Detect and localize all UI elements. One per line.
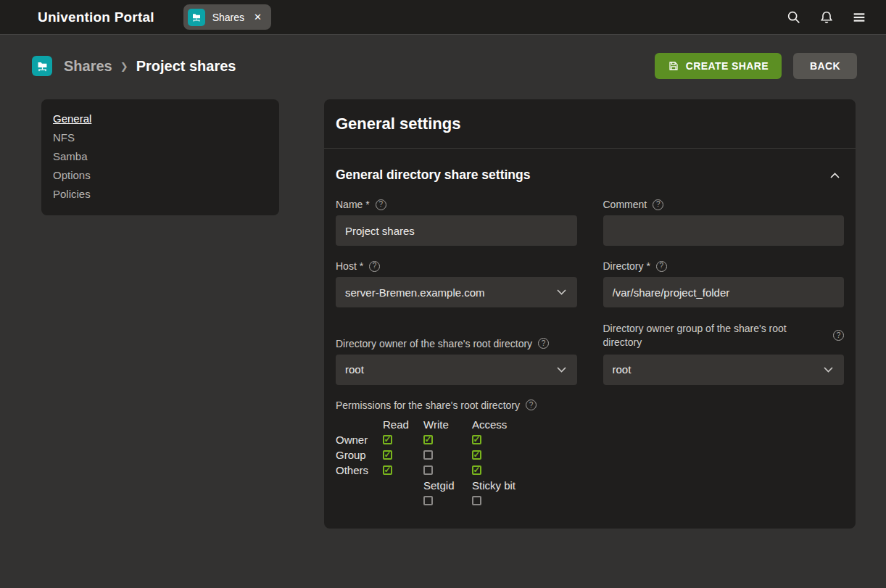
- permissions-cell: ✓: [472, 447, 844, 463]
- breadcrumb-separator-icon: ❯: [120, 61, 128, 72]
- permissions-grid: ReadWriteAccessOwner✓✓✓Group✓✓Others✓✓Se…: [336, 417, 844, 508]
- tab-label: Shares: [212, 12, 244, 23]
- permissions-label: Permissions for the share's root directo…: [336, 399, 844, 411]
- help-icon[interactable]: ?: [376, 199, 386, 210]
- permissions-row-label-owner: Owner: [336, 432, 383, 447]
- checkbox-owner-access[interactable]: ✓: [472, 435, 481, 444]
- comment-input[interactable]: [603, 215, 845, 246]
- help-icon[interactable]: ?: [833, 330, 844, 341]
- directory-owner-group-field-group: Directory owner group of the share's roo…: [603, 322, 845, 385]
- checkbox-others-access[interactable]: ✓: [472, 465, 481, 475]
- help-icon[interactable]: ?: [538, 338, 549, 349]
- checkbox-group-write[interactable]: [423, 450, 433, 460]
- sidebar-item-policies[interactable]: Policies: [53, 185, 91, 204]
- menu-icon[interactable]: [850, 9, 868, 26]
- directory-field-group: Directory * ?: [603, 260, 845, 307]
- directory-owner-group-select[interactable]: root: [603, 355, 845, 385]
- tab-shares[interactable]: Shares ✕: [183, 4, 271, 30]
- permissions-cell: [336, 478, 383, 493]
- directory-input[interactable]: [603, 277, 845, 307]
- help-icon[interactable]: ?: [369, 261, 380, 272]
- permissions-cell: [472, 493, 844, 508]
- name-field-group: Name * ?: [336, 199, 577, 246]
- content: GeneralNFSSambaOptionsPolicies General s…: [0, 97, 886, 529]
- permissions-cell: [423, 447, 472, 463]
- directory-owner-group-select-value: root: [613, 363, 632, 376]
- directory-owner-group-label: Directory owner group of the share's roo…: [603, 322, 845, 349]
- permissions-cell: [383, 478, 423, 493]
- sidebar-item-general[interactable]: General: [53, 109, 91, 128]
- permissions-extra-label-sticky-bit: Sticky bit: [472, 478, 844, 493]
- name-input[interactable]: [336, 215, 577, 246]
- permissions-extra-label-setgid: Setgid: [423, 478, 472, 493]
- permissions-cell: [423, 463, 472, 478]
- settings-nav: GeneralNFSSambaOptionsPolicies: [41, 99, 279, 215]
- back-button[interactable]: BACK: [793, 53, 857, 79]
- permissions-cell: [336, 493, 383, 508]
- permissions-cell: [423, 493, 472, 508]
- notifications-bell-icon[interactable]: [818, 9, 835, 26]
- section-title: General directory share settings: [336, 167, 530, 183]
- directory-label: Directory * ?: [603, 260, 845, 272]
- directory-owner-label: Directory owner of the share's root dire…: [336, 338, 577, 349]
- chevron-up-icon: [830, 173, 840, 178]
- permissions-cell: ✓: [383, 447, 423, 463]
- checkbox-setgid[interactable]: [423, 496, 433, 505]
- checkbox-sticky-bit[interactable]: [472, 496, 481, 505]
- permissions-row-label-others: Others: [336, 463, 383, 478]
- general-settings-panel: General settings General directory share…: [324, 99, 856, 529]
- permissions-cell: [383, 493, 423, 508]
- chevron-down-icon: [557, 289, 566, 295]
- directory-owner-select[interactable]: root: [336, 355, 577, 385]
- sidebar-item-nfs[interactable]: NFS: [53, 128, 75, 147]
- search-icon[interactable]: [785, 9, 803, 26]
- permissions-column-read: Read: [383, 417, 423, 432]
- host-select[interactable]: server-Bremen.example.com: [336, 277, 577, 307]
- comment-field-group: Comment ?: [603, 199, 845, 246]
- host-label: Host * ?: [336, 260, 577, 272]
- section-general-directory-share-settings[interactable]: General directory share settings: [324, 149, 856, 199]
- permissions-column-access: Access: [472, 417, 844, 432]
- checkbox-others-write[interactable]: [423, 465, 433, 475]
- app-title: Univention Portal: [38, 9, 154, 25]
- chevron-down-icon: [557, 367, 566, 373]
- create-share-label: CREATE SHARE: [686, 60, 769, 72]
- checkbox-group-access[interactable]: ✓: [472, 450, 481, 460]
- checkbox-group-read[interactable]: ✓: [383, 450, 392, 460]
- permissions-cell: ✓: [383, 463, 423, 478]
- shares-module-icon: [32, 56, 52, 76]
- breadcrumb-shares[interactable]: Shares: [64, 58, 112, 75]
- permissions-row-label-group: Group: [336, 447, 383, 463]
- share-form: Name * ? Comment ? Host *: [324, 199, 856, 529]
- checkbox-owner-write[interactable]: ✓: [423, 435, 433, 444]
- shares-module-icon: [188, 9, 205, 26]
- directory-owner-select-value: root: [345, 363, 364, 376]
- name-label: Name * ?: [336, 199, 577, 210]
- tab-close-icon[interactable]: ✕: [254, 12, 262, 22]
- checkbox-others-read[interactable]: ✓: [383, 465, 392, 475]
- sidebar-item-samba[interactable]: Samba: [53, 147, 88, 166]
- chevron-down-icon: [824, 367, 833, 373]
- permissions-cell: ✓: [472, 432, 844, 447]
- header-buttons: CREATE SHARE BACK: [655, 53, 857, 79]
- module-header: Shares ❯ Project shares CREATE SHARE BAC…: [0, 35, 886, 97]
- permissions-corner: [336, 417, 383, 432]
- page-title: General settings: [324, 99, 856, 149]
- topbar-actions: [785, 9, 868, 26]
- sidebar-item-options[interactable]: Options: [53, 166, 91, 185]
- host-select-value: server-Bremen.example.com: [345, 286, 485, 299]
- directory-owner-field-group: Directory owner of the share's root dire…: [336, 322, 577, 385]
- topbar: Univention Portal Shares ✕: [0, 0, 886, 35]
- save-icon: [668, 60, 679, 72]
- comment-label: Comment ?: [603, 199, 845, 210]
- help-icon[interactable]: ?: [526, 399, 537, 410]
- help-icon[interactable]: ?: [656, 261, 667, 272]
- help-icon[interactable]: ?: [653, 199, 663, 210]
- checkbox-owner-read[interactable]: ✓: [383, 435, 392, 444]
- permissions-cell: ✓: [383, 432, 423, 447]
- host-field-group: Host * ? server-Bremen.example.com: [336, 260, 577, 307]
- breadcrumb-current: Project shares: [136, 58, 236, 75]
- permissions-cell: ✓: [423, 432, 472, 447]
- create-share-button[interactable]: CREATE SHARE: [655, 53, 782, 79]
- permissions-cell: ✓: [472, 463, 844, 478]
